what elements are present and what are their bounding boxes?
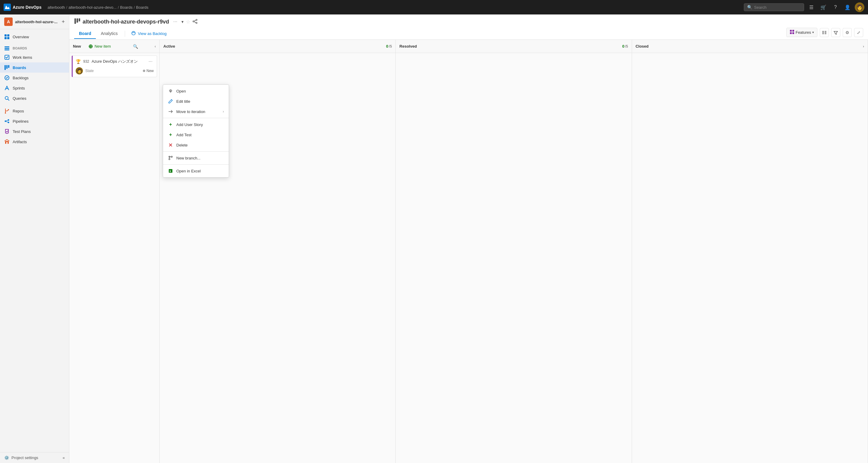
filter-icon[interactable]	[831, 28, 840, 37]
sidebar-item-queries[interactable]: Queries	[0, 93, 69, 103]
sidebar: A alterbooth-hol-azure-... + Overview Bo…	[0, 14, 69, 463]
list-icon[interactable]: ☰	[807, 2, 816, 12]
svg-rect-25	[74, 19, 76, 24]
features-label: Features	[796, 30, 811, 35]
sidebar-item-artifacts[interactable]: Artifacts	[0, 136, 69, 147]
sidebar-item-pipelines[interactable]: Pipelines	[0, 116, 69, 126]
svg-rect-35	[792, 30, 794, 32]
settings-icon-toolbar[interactable]: ⚙	[843, 28, 852, 37]
collapse-closed-icon[interactable]: ›	[863, 44, 864, 49]
sidebar-item-overview[interactable]: Overview	[0, 32, 69, 42]
org-header[interactable]: A alterbooth-hol-azure-... +	[0, 14, 69, 29]
menu-item-open[interactable]: Open	[163, 86, 229, 96]
project-settings[interactable]: ⚙️ Project settings «	[0, 452, 69, 463]
sidebar-label-boards-section: Boards	[13, 47, 27, 50]
sidebar-item-repos[interactable]: Repos	[0, 106, 69, 116]
branch-icon	[168, 155, 173, 161]
org-avatar: A	[4, 18, 13, 26]
menu-item-add-test[interactable]: + Add Test	[163, 130, 229, 140]
col-header-active: Active 0 /5	[160, 40, 396, 53]
svg-point-17	[5, 113, 6, 114]
new-item-icon: ⊕	[88, 43, 93, 50]
search-icon: 🔍	[747, 5, 752, 10]
app-logo[interactable]: Azure DevOps	[4, 4, 41, 11]
menu-item-edit-title[interactable]: Edit title	[163, 96, 229, 106]
user-icon[interactable]: 👤	[843, 2, 852, 12]
svg-point-29	[193, 21, 194, 22]
col-resolved-total: /5	[625, 44, 628, 49]
svg-point-28	[196, 19, 197, 21]
svg-rect-42	[822, 33, 824, 34]
add-user-story-icon: +	[168, 122, 173, 127]
menu-item-new-branch[interactable]: New branch...	[163, 153, 229, 163]
test-plans-icon	[4, 129, 10, 134]
new-item-button[interactable]: ⊕ New item	[85, 41, 114, 52]
svg-line-32	[194, 22, 196, 23]
boards-icon	[4, 65, 10, 70]
search-column-icon[interactable]: 🔍	[133, 44, 138, 49]
sidebar-nav: Overview Boards Work items Boards	[0, 29, 69, 452]
card-state-label-text: State	[85, 69, 94, 73]
svg-point-19	[8, 119, 9, 121]
new-item-row: ⊕ New item	[83, 40, 116, 53]
features-icon	[789, 30, 795, 35]
board-title-share-icon[interactable]	[193, 19, 197, 25]
col-resolved-count: 0	[622, 44, 624, 49]
col-active-count: 0	[386, 44, 388, 49]
svg-rect-5	[4, 47, 9, 47]
svg-point-16	[8, 109, 9, 110]
menu-item-move-iteration[interactable]: Move to iteration ›	[163, 106, 229, 117]
add-project-icon[interactable]: +	[61, 19, 65, 25]
card-title: Azure DevOps ハンズオン	[92, 59, 145, 64]
svg-line-22	[6, 121, 8, 122]
repos-icon	[4, 108, 10, 114]
menu-item-delete[interactable]: Delete	[163, 140, 229, 150]
svg-rect-41	[825, 32, 827, 33]
features-button[interactable]: Features ▾	[786, 28, 817, 37]
svg-rect-1	[4, 34, 7, 36]
sprints-icon	[4, 85, 10, 91]
collapse-new-icon[interactable]: ‹	[155, 44, 156, 49]
sidebar-item-sprints[interactable]: Sprints	[0, 83, 69, 93]
help-icon[interactable]: ?	[831, 2, 840, 12]
state-dot	[143, 70, 145, 72]
card-type-icon: 🏆	[76, 59, 81, 64]
card-state-value: New	[147, 69, 154, 73]
column-resolved: Resolved 0 /5	[396, 40, 632, 463]
basket-icon[interactable]: 🛒	[818, 2, 828, 12]
column-options-icon[interactable]	[820, 28, 829, 37]
sidebar-item-test-plans[interactable]: Test Plans	[0, 126, 69, 136]
svg-rect-39	[825, 31, 827, 32]
search-input[interactable]	[754, 5, 801, 10]
svg-line-21	[6, 120, 8, 121]
sidebar-item-backlogs[interactable]: Backlogs	[0, 73, 69, 83]
menu-item-open-excel[interactable]: X Open in Excel	[163, 166, 229, 176]
edit-icon	[168, 99, 173, 104]
column-closed: Closed ›	[632, 40, 868, 463]
sidebar-item-work-items[interactable]: Work items	[0, 52, 69, 62]
sidebar-label-work-items: Work items	[13, 55, 32, 60]
avatar[interactable]: 👩	[855, 2, 864, 12]
board-title-chevron-icon[interactable]: ▾	[181, 19, 184, 24]
view-as-backlog-btn[interactable]: View as Backlog	[127, 29, 170, 38]
tab-analytics[interactable]: Analytics	[96, 29, 122, 39]
menu-item-add-user-story[interactable]: + Add User Story	[163, 119, 229, 130]
tab-board[interactable]: Board	[74, 29, 96, 39]
menu-label-delete: Delete	[176, 143, 224, 147]
board-title-more[interactable]: ···	[172, 19, 179, 25]
toolbar-right: Features ▾ ⚙ ⤢	[786, 28, 863, 39]
svg-line-31	[194, 20, 196, 21]
col-body-new: 🏆 932 Azure DevOps ハンズオン ··· 👩 State	[69, 53, 159, 463]
col-header-resolved: Resolved 0 /5	[396, 40, 631, 53]
menu-label-new-branch: New branch...	[176, 156, 224, 160]
svg-rect-3	[4, 37, 7, 39]
card-more-button[interactable]: ···	[147, 58, 154, 65]
board-title-star-icon[interactable]: ☆	[186, 19, 190, 25]
content-header: alterbooth-hol-azure-devops-r9vd ··· ▾ ☆…	[69, 14, 868, 40]
search-box[interactable]: 🔍	[744, 3, 804, 11]
sidebar-item-boards[interactable]: Boards	[0, 62, 69, 73]
col-closed-label: Closed	[636, 44, 649, 49]
sidebar-label-repos: Repos	[13, 109, 24, 113]
expand-icon[interactable]: ⤢	[854, 28, 863, 37]
delete-icon	[168, 142, 173, 148]
